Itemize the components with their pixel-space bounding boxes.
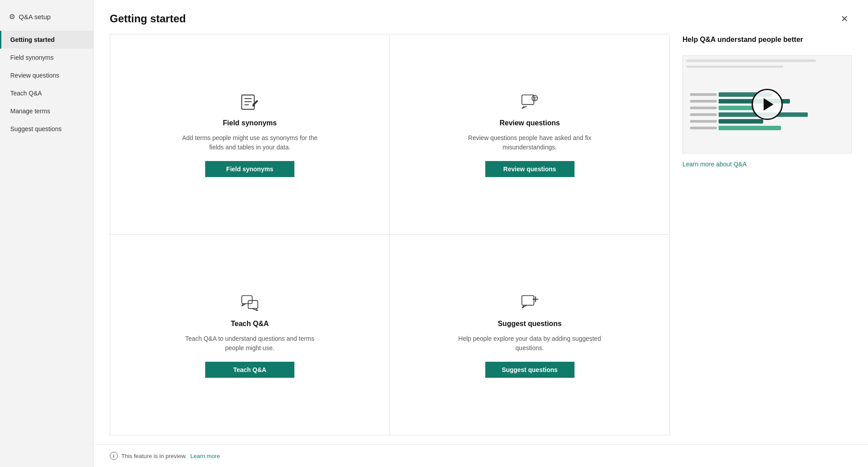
svg-rect-0 <box>242 95 254 109</box>
main-header: Getting started ✕ <box>94 0 868 34</box>
video-thumbnail[interactable] <box>682 55 852 153</box>
close-button[interactable]: ✕ <box>837 12 852 25</box>
suggest-questions-title: Suggest questions <box>498 320 562 328</box>
review-questions-card: Review questions Review questions people… <box>390 34 670 235</box>
footer: i This feature is in preview. Learn more <box>94 444 868 467</box>
cards-grid: Field synonyms Add terms people might us… <box>110 34 670 435</box>
teach-qa-card: Teach Q&A Teach Q&A to understand questi… <box>110 235 390 435</box>
suggest-questions-card: Suggest questions Help people explore yo… <box>390 235 670 435</box>
teach-qa-icon <box>239 292 260 314</box>
two-bubbles-icon <box>241 295 259 311</box>
teach-qa-desc: Teach Q&A to understand questions and te… <box>178 334 321 353</box>
suggest-questions-icon <box>519 292 541 314</box>
review-questions-title: Review questions <box>500 119 560 127</box>
sidebar-nav: Getting started Field synonyms Review qu… <box>0 31 93 138</box>
play-triangle-icon <box>764 98 773 111</box>
sidebar-item-suggest-questions[interactable]: Suggest questions <box>0 120 93 138</box>
play-button-overlay[interactable] <box>752 89 783 120</box>
field-synonyms-icon <box>239 91 260 113</box>
sidebar-item-field-synonyms[interactable]: Field synonyms <box>0 49 93 66</box>
footer-learn-link[interactable]: Learn more <box>190 453 220 459</box>
field-synonyms-title: Field synonyms <box>223 119 277 127</box>
review-questions-button[interactable]: Review questions <box>485 161 575 177</box>
sidebar-item-review-questions[interactable]: Review questions <box>0 66 93 84</box>
help-title: Help Q&A understand people better <box>682 36 852 44</box>
sidebar-header: ⚙ Q&A setup <box>0 4 93 31</box>
learn-more-link[interactable]: Learn more about Q&A <box>682 161 852 168</box>
sidebar-item-manage-terms[interactable]: Manage terms <box>0 102 93 120</box>
field-synonyms-card: Field synonyms Add terms people might us… <box>110 34 390 235</box>
sidebar-item-teach-qa[interactable]: Teach Q&A <box>0 84 93 102</box>
teach-qa-button[interactable]: Teach Q&A <box>205 362 294 378</box>
svg-rect-8 <box>242 295 252 303</box>
person-chat-icon <box>521 94 539 110</box>
suggest-questions-desc: Help people explore your data by adding … <box>459 334 601 353</box>
document-edit-icon <box>241 94 259 110</box>
field-synonyms-desc: Add terms people might use as synonyms f… <box>178 133 321 152</box>
bubble-plus-icon <box>521 295 539 311</box>
footer-text: This feature is in preview. <box>121 453 187 459</box>
teach-qa-title: Teach Q&A <box>231 320 269 328</box>
review-questions-desc: Review questions people have asked and f… <box>459 133 601 152</box>
right-panel: Help Q&A understand people better <box>682 34 852 435</box>
sidebar-item-getting-started[interactable]: Getting started <box>0 31 93 49</box>
svg-rect-10 <box>522 295 534 305</box>
content-area: Field synonyms Add terms people might us… <box>94 34 868 444</box>
field-synonyms-button[interactable]: Field synonyms <box>205 161 294 177</box>
page-title: Getting started <box>110 12 186 25</box>
info-icon: i <box>110 452 118 460</box>
sidebar: ⚙ Q&A setup Getting started Field synony… <box>0 0 94 467</box>
sidebar-title: Q&A setup <box>19 13 51 21</box>
gear-icon: ⚙ <box>9 12 15 21</box>
suggest-questions-button[interactable]: Suggest questions <box>485 362 575 378</box>
svg-rect-9 <box>248 300 258 308</box>
main-content: Getting started ✕ Field synonyms <box>94 0 868 467</box>
review-questions-icon <box>519 91 541 113</box>
